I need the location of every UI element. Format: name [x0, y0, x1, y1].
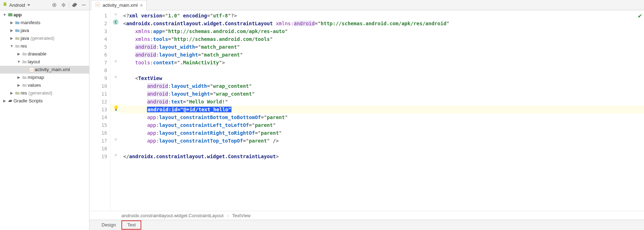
code-line[interactable]: app:layout_constraintRight_toRightOf="pa… [121, 129, 644, 137]
code-line[interactable]: android:layout_height="match_parent" [121, 51, 644, 59]
chevron-down-icon[interactable]: ▼ [9, 42, 14, 50]
code-line[interactable]: </androidx.constraintlayout.widget.Const… [121, 153, 644, 160]
chevron-right-icon[interactable]: ▶ [2, 97, 7, 105]
line-number[interactable]: 12 [89, 98, 107, 106]
tree-item[interactable]: ▶values [0, 81, 89, 89]
folder-res-icon [21, 82, 28, 88]
line-number[interactable]: 13 [89, 106, 107, 113]
tab-text[interactable]: Text [121, 220, 141, 230]
editor-tab-activity-main[interactable]: <> activity_main.xml × [91, 0, 147, 10]
breadcrumb-seg-2[interactable]: TextView [232, 213, 251, 218]
project-view-selector[interactable]: Android [1, 2, 31, 9]
tree-item[interactable]: ▼res [0, 42, 89, 50]
line-number[interactable]: 16 [89, 129, 107, 137]
target-icon[interactable] [50, 1, 58, 9]
code-line[interactable]: app:layout_constraintLeft_toLeftOf="pare… [121, 121, 644, 129]
chevron-right-icon[interactable]: ▶ [9, 34, 14, 42]
chevron-right-icon[interactable]: ▶ [16, 81, 21, 89]
code-line[interactable]: xmlns:tools="http://schemas.android.com/… [121, 35, 644, 43]
code-line[interactable]: android:layout_width="match_parent" [121, 43, 644, 51]
code-line[interactable]: android:id="@+id/text_hello" [121, 106, 644, 113]
close-icon[interactable]: × [140, 3, 143, 8]
svg-text:<>: <> [96, 4, 99, 6]
line-number[interactable]: 5 [89, 43, 107, 51]
svg-point-1 [4, 2, 4, 3]
tree-item[interactable]: ▼app [0, 11, 89, 19]
chevron-right-icon: › [227, 213, 229, 218]
line-number[interactable]: 9 [89, 74, 107, 82]
fold-end-icon[interactable]: ⊖ [114, 59, 117, 64]
code-line[interactable]: android:layout_width="wrap_content" [121, 82, 644, 90]
svg-point-2 [5, 2, 6, 3]
tree-item[interactable]: ▶Gradle Scripts [0, 97, 89, 105]
chevron-right-icon[interactable]: ▶ [9, 89, 14, 97]
chevron-right-icon[interactable]: ▶ [9, 27, 14, 34]
fold-end-icon[interactable]: ⊖ [114, 137, 117, 142]
code-line[interactable]: app:layout_constraintBottom_toBottomOf="… [121, 113, 644, 121]
change-marker-icon[interactable]: C [113, 19, 119, 25]
tree-item[interactable]: ▶mipmap [0, 74, 89, 81]
line-number[interactable]: 7 [89, 59, 107, 66]
project-tree[interactable]: ▼app▶manifests▶java▶java(generated)▼res▶… [0, 10, 89, 230]
xml-file-icon: <> [95, 2, 100, 9]
fold-icon[interactable]: ⊖ [114, 74, 117, 79]
code-line[interactable]: android:layout_height="wrap_content" [121, 90, 644, 98]
tree-item[interactable]: ▶manifests [0, 19, 89, 27]
editor-tab-strip: <> activity_main.xml × [89, 0, 644, 10]
tree-item[interactable]: ▶java [0, 27, 89, 34]
line-number[interactable]: 17 [89, 137, 107, 145]
validation-ok-icon: ✔ [638, 12, 642, 19]
fold-icon[interactable]: ⊖ [114, 12, 117, 17]
tree-item[interactable]: ▶java(generated) [0, 34, 89, 42]
line-number[interactable]: 19 [89, 153, 107, 160]
tree-item[interactable]: ▶res(generated) [0, 89, 89, 97]
code-line[interactable]: android:text="Hello World!" [121, 98, 644, 106]
line-number[interactable]: 18 [89, 145, 107, 153]
line-number[interactable]: 10 [89, 82, 107, 90]
code-line[interactable] [121, 145, 644, 153]
module-icon [7, 12, 13, 18]
breadcrumb[interactable]: androidx.constraintlayout.widget.Constra… [89, 211, 644, 220]
tree-item[interactable]: ▼layout [0, 58, 89, 66]
code-line[interactable]: <?xml version="1.0" encoding="utf-8"?> [121, 12, 644, 20]
chevron-right-icon[interactable]: ▶ [9, 19, 14, 27]
breadcrumb-seg-1[interactable]: androidx.constraintlayout.widget.Constra… [121, 213, 224, 218]
tree-item-note: (generated) [31, 34, 54, 42]
line-number[interactable]: 8 [89, 66, 107, 74]
svg-point-4 [54, 5, 55, 6]
code-line[interactable]: <TextView [121, 74, 644, 82]
code-line[interactable]: xmlns:app="http://schemas.android.com/ap… [121, 27, 644, 35]
tree-item-label: app [13, 11, 22, 19]
tree-item[interactable]: ▶drawable [0, 50, 89, 58]
code-area[interactable]: ✔ <?xml version="1.0" encoding="utf-8"?>… [121, 10, 644, 211]
folder-gen-icon [14, 90, 21, 96]
line-number[interactable]: 1 [89, 12, 107, 20]
line-number[interactable]: 2 [89, 20, 107, 27]
tab-design[interactable]: Design [96, 220, 121, 230]
folder-gen-icon [14, 36, 21, 41]
code-line[interactable] [121, 66, 644, 74]
line-number[interactable]: 6 [89, 51, 107, 59]
tree-item-label: mipmap [28, 74, 44, 81]
code-line[interactable]: tools:context=".MainActivity"> [121, 59, 644, 66]
chevron-right-icon[interactable]: ▶ [16, 50, 21, 58]
tree-item[interactable]: ▶<>activity_main.xml [0, 66, 89, 74]
hide-icon[interactable] [80, 1, 88, 9]
line-number[interactable]: 4 [89, 35, 107, 43]
tree-item-note: (generated) [28, 89, 52, 97]
line-number[interactable]: 11 [89, 90, 107, 98]
chevron-right-icon[interactable]: ▶ [16, 74, 21, 81]
fold-end-icon[interactable]: ⊖ [114, 153, 117, 157]
intention-bulb-icon[interactable]: 💡 [113, 105, 119, 111]
line-number-gutter[interactable]: 12345678910111213141516171819 [89, 10, 110, 211]
code-line[interactable]: <androidx.constraintlayout.widget.Constr… [121, 20, 644, 27]
gear-icon[interactable] [71, 1, 78, 9]
line-number[interactable]: 15 [89, 121, 107, 129]
chevron-down-icon[interactable]: ▼ [2, 11, 7, 19]
collapse-icon[interactable] [60, 1, 67, 9]
chevron-down-icon[interactable]: ▼ [16, 58, 21, 66]
code-line[interactable]: app:layout_constraintTop_toTopOf="parent… [121, 137, 644, 145]
line-number[interactable]: 14 [89, 113, 107, 121]
line-number[interactable]: 3 [89, 27, 107, 35]
folder-res-icon [21, 59, 28, 65]
